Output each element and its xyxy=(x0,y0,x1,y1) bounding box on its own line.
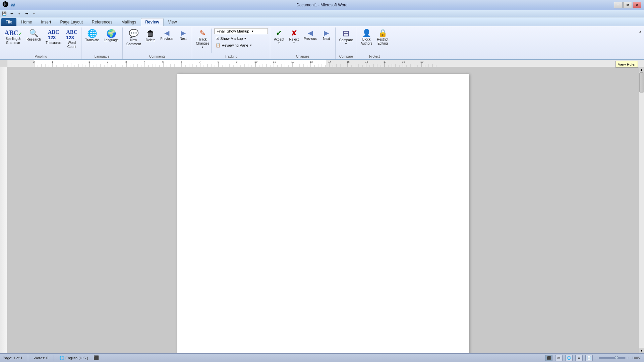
page-value: 1 of 1 xyxy=(13,356,23,360)
ribbon-tab-bar: File Home Insert Page Layout References … xyxy=(0,17,644,26)
zoom-track[interactable] xyxy=(599,357,626,359)
block-authors-button[interactable]: 👤 BlockAuthors xyxy=(359,28,374,47)
show-markup-button[interactable]: ☑ Show Markup ▾ xyxy=(214,36,268,42)
restrict-editing-button[interactable]: 🔒 RestrictEditing xyxy=(375,28,390,47)
spelling-grammar-button[interactable]: ABC✓ Spelling &Grammar xyxy=(3,28,23,46)
delete-label: Delete xyxy=(146,38,156,42)
research-button[interactable]: 🔍 Research xyxy=(25,28,43,43)
block-authors-label: BlockAuthors xyxy=(361,38,372,46)
new-comment-icon: 💬 xyxy=(129,29,139,38)
scroll-up-button[interactable]: ▲ xyxy=(639,67,644,72)
next-comment-label: Next xyxy=(180,37,187,41)
main-area: ▲ ▼ xyxy=(0,67,644,353)
previous-comment-icon: ◀ xyxy=(164,29,169,36)
previous-change-button[interactable]: ◀ Previous xyxy=(302,28,318,42)
new-comment-label: NewComment xyxy=(126,38,141,46)
next-comment-button[interactable]: ▶ Next xyxy=(176,28,190,42)
words-value: 0 xyxy=(46,356,48,360)
save-icon[interactable]: 💾 xyxy=(1,11,7,17)
macro-icon: ⬛ xyxy=(94,355,99,360)
tab-review[interactable]: Review xyxy=(141,18,163,26)
delete-icon: 🗑 xyxy=(147,29,155,38)
scroll-area[interactable] xyxy=(7,67,639,353)
comments-group-label: Comments xyxy=(123,55,192,58)
redo-icon[interactable]: ↪ xyxy=(23,11,30,17)
compare-arrow-icon: ▾ xyxy=(345,42,347,45)
ruler-area xyxy=(0,60,644,67)
minimize-button[interactable]: − xyxy=(614,2,623,8)
window-title: Document1 - Microsoft Word xyxy=(296,3,348,7)
scroll-track[interactable] xyxy=(639,72,644,348)
language-status: 🌐 English (U.S.) xyxy=(59,356,88,360)
research-label: Research xyxy=(26,38,41,42)
outline-view-button[interactable]: ≡ xyxy=(575,355,583,361)
markup-dropdown[interactable]: Final: Show Markup ▾ xyxy=(214,28,268,34)
collapse-ribbon-button[interactable]: ▲ xyxy=(637,29,643,34)
web-layout-view-button[interactable]: 🌐 xyxy=(565,355,573,361)
view-ruler-tooltip-text: View Ruler xyxy=(618,62,636,66)
previous-change-icon: ◀ xyxy=(308,29,313,36)
document-page[interactable] xyxy=(177,74,469,353)
compare-group-label: Compare xyxy=(336,55,357,58)
tab-home[interactable]: Home xyxy=(17,18,36,26)
close-button[interactable]: ✕ xyxy=(633,2,641,8)
word-count-button[interactable]: ABC123 WordCount xyxy=(64,28,79,50)
vertical-scrollbar[interactable]: ▲ ▼ xyxy=(639,67,644,353)
tab-mailings[interactable]: Mailings xyxy=(117,18,140,26)
zoom-out-icon[interactable]: − xyxy=(595,356,597,360)
language-icon: 🌍 xyxy=(106,29,116,38)
show-markup-icon: ☑ xyxy=(216,36,219,41)
reviewing-pane-arrow-icon: ▾ xyxy=(250,44,252,47)
group-changes: ✔ Accept ▾ ✘ Reject ▾ ◀ Previous ▶ Next … xyxy=(270,27,335,59)
scroll-thumb[interactable] xyxy=(639,72,644,93)
reject-arrow-icon: ▾ xyxy=(293,42,295,45)
track-changes-button[interactable]: ✎ TrackChanges ▾ xyxy=(194,28,212,54)
translate-button[interactable]: 🌐 Translate xyxy=(83,28,101,44)
language-button[interactable]: 🌍 Language xyxy=(102,28,120,44)
reject-label: Reject xyxy=(289,38,299,42)
tab-view[interactable]: View xyxy=(164,18,181,26)
compare-button[interactable]: ⊞ Compare ▾ xyxy=(338,28,355,47)
reject-button[interactable]: ✘ Reject ▾ xyxy=(287,28,301,46)
previous-change-label: Previous xyxy=(304,37,317,41)
block-authors-icon: 👤 xyxy=(362,29,371,37)
print-layout-view-button[interactable]: ⬛ xyxy=(545,355,552,361)
zoom-in-icon[interactable]: + xyxy=(627,356,629,360)
view-ruler-tooltip: View Ruler xyxy=(616,61,638,68)
scroll-down-button[interactable]: ▼ xyxy=(639,348,644,353)
draft-view-button[interactable]: 📄 xyxy=(585,355,593,361)
zoom-slider[interactable]: − + xyxy=(595,356,629,360)
accept-label: Accept xyxy=(274,38,284,42)
tab-file[interactable]: File xyxy=(1,18,16,26)
reviewing-pane-icon: 📋 xyxy=(216,43,221,48)
zoom-thumb[interactable] xyxy=(615,356,618,359)
group-tracking: ✎ TrackChanges ▾ Final: Show Markup ▾ ☑ … xyxy=(192,27,270,59)
thesaurus-button[interactable]: ABC123 Thesaurus xyxy=(44,28,63,46)
restore-button[interactable]: ⧉ xyxy=(623,2,632,8)
track-changes-arrow-icon: ▾ xyxy=(202,46,203,49)
zoom-percent[interactable]: 100% xyxy=(632,356,641,360)
accept-button[interactable]: ✔ Accept ▾ xyxy=(272,28,286,46)
undo-icon[interactable]: ↩ xyxy=(9,11,15,17)
new-comment-button[interactable]: 💬 NewComment xyxy=(125,28,142,48)
next-comment-icon: ▶ xyxy=(181,29,186,36)
track-changes-label: TrackChanges xyxy=(196,38,209,46)
compare-label: Compare xyxy=(339,38,353,42)
protect-label: Protect xyxy=(357,55,392,58)
macro-status: ⬛ xyxy=(94,355,99,360)
translate-icon: 🌐 xyxy=(87,29,97,38)
full-screen-view-button[interactable]: ▭ xyxy=(555,355,563,361)
undo-arrow-icon[interactable]: ▾ xyxy=(16,11,22,17)
delete-button[interactable]: 🗑 Delete xyxy=(144,28,157,44)
status-sep-2 xyxy=(54,355,54,361)
tab-page-layout[interactable]: Page Layout xyxy=(56,18,87,26)
next-change-button[interactable]: ▶ Next xyxy=(320,28,333,42)
reviewing-pane-button[interactable]: 📋 Reviewing Pane ▾ xyxy=(214,42,268,48)
tab-insert[interactable]: Insert xyxy=(37,18,55,26)
proofing-label: Proofing xyxy=(1,55,81,58)
tab-references[interactable]: References xyxy=(87,18,117,26)
customize-icon[interactable]: ▾ xyxy=(31,11,37,17)
previous-comment-button[interactable]: ◀ Previous xyxy=(159,28,175,42)
horizontal-ruler xyxy=(7,60,644,67)
word-logo-icon: 🅦 xyxy=(3,1,9,8)
